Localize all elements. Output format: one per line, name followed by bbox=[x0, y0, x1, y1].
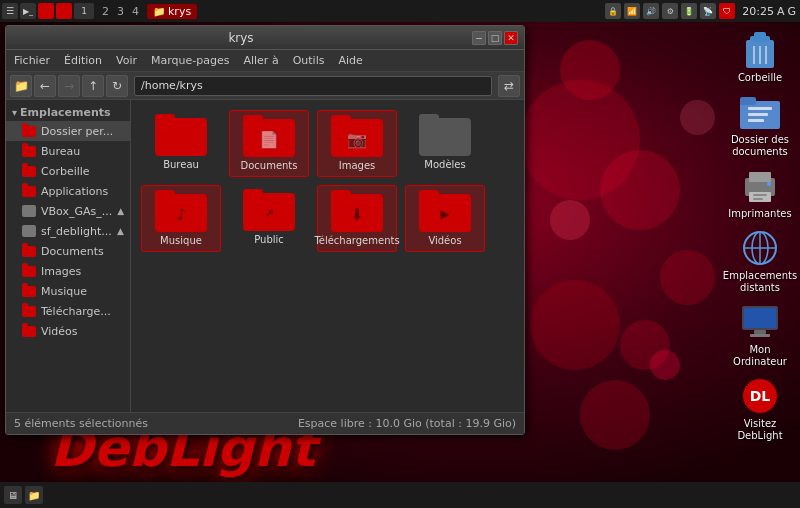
svg-rect-8 bbox=[748, 107, 772, 110]
drive-icon bbox=[22, 204, 36, 218]
file-public[interactable]: ↗ Public bbox=[229, 185, 309, 252]
file-images[interactable]: 📷 Images bbox=[317, 110, 397, 177]
window-title: krys bbox=[12, 31, 470, 45]
window-titlebar: krys − □ ✕ bbox=[6, 26, 524, 50]
sys-icon-5: 🔋 bbox=[681, 3, 697, 19]
clock: 20:25 bbox=[742, 5, 774, 18]
svg-rect-13 bbox=[749, 192, 771, 202]
sidebar-item-images[interactable]: Images bbox=[6, 261, 130, 281]
sidebar-item-bureau[interactable]: Bureau bbox=[6, 141, 130, 161]
desktop-icon-mon-ordinateur[interactable]: Mon Ordinateur bbox=[724, 300, 796, 370]
folder-icon bbox=[22, 244, 36, 258]
svg-rect-22 bbox=[744, 308, 776, 328]
file-musique[interactable]: ♪ Musique bbox=[141, 185, 221, 252]
terminal-btn[interactable]: ▶_ bbox=[20, 3, 36, 19]
ws-4[interactable]: 4 bbox=[132, 5, 139, 18]
section-arrow: ▾ bbox=[12, 107, 17, 118]
menu-allera[interactable]: Aller à bbox=[239, 54, 282, 67]
letter-g: G bbox=[787, 5, 796, 18]
sys-icon-4: ⚙ bbox=[662, 3, 678, 19]
red-btn2[interactable] bbox=[56, 3, 72, 19]
sidebar-section-emplacements[interactable]: ▾ Emplacements bbox=[6, 104, 130, 121]
file-telechargements[interactable]: ⬇ Téléchargements bbox=[317, 185, 397, 252]
sys-icon-1: 🔒 bbox=[605, 3, 621, 19]
ws-3[interactable]: 3 bbox=[117, 5, 124, 18]
folder-icon bbox=[22, 164, 36, 178]
file-documents[interactable]: 📄 Documents bbox=[229, 110, 309, 177]
sidebar-item-musique[interactable]: Musique bbox=[6, 281, 130, 301]
folder-icon bbox=[22, 124, 36, 138]
desktop-icon-corbeille[interactable]: Corbeille bbox=[724, 28, 796, 86]
sidebar-item-dossier-per[interactable]: Dossier per... bbox=[6, 121, 130, 141]
sys-icon-7: 🛡 bbox=[719, 3, 735, 19]
folder-icon-videos: ▶ bbox=[419, 190, 471, 232]
sidebar-item-documents[interactable]: Documents bbox=[6, 241, 130, 261]
menu-outils[interactable]: Outils bbox=[289, 54, 329, 67]
file-videos[interactable]: ▶ Vidéos bbox=[405, 185, 485, 252]
menu-fichier[interactable]: Fichier bbox=[10, 54, 54, 67]
taskbar-right: 🔒 📶 🔊 ⚙ 🔋 📡 🛡 20:25 A G bbox=[605, 3, 800, 19]
deblight-icon: DL bbox=[740, 376, 780, 416]
printer-icon bbox=[740, 166, 780, 206]
file-modeles[interactable]: Modèles bbox=[405, 110, 485, 177]
desktop-icon-visitez-deblight[interactable]: DL Visitez DebLight bbox=[724, 374, 796, 444]
sidebar-item-videos[interactable]: Vidéos bbox=[6, 321, 130, 341]
folder-icon-modeles bbox=[419, 114, 471, 156]
forward-btn[interactable]: → bbox=[58, 75, 80, 97]
folder-icon-images: 📷 bbox=[331, 115, 383, 157]
sidebar-item-telechargements[interactable]: Télécharge... bbox=[6, 301, 130, 321]
computer-icon bbox=[740, 302, 780, 342]
desktop-icon-imprimantes[interactable]: Imprimantes bbox=[724, 164, 796, 222]
back-btn[interactable]: ← bbox=[34, 75, 56, 97]
file-bureau[interactable]: Bureau bbox=[141, 110, 221, 177]
bottom-panel: 🖥 📁 bbox=[0, 482, 800, 508]
refresh-btn[interactable]: ↻ bbox=[106, 75, 128, 97]
menu-marquepages[interactable]: Marque-pages bbox=[147, 54, 233, 67]
ws-2[interactable]: 2 bbox=[102, 5, 109, 18]
num-btn-1[interactable]: 20:251 bbox=[74, 3, 94, 19]
folder-icon bbox=[22, 264, 36, 278]
new-folder-btn[interactable]: 📁 bbox=[10, 75, 32, 97]
svg-rect-2 bbox=[754, 32, 766, 38]
up-btn[interactable]: ↑ bbox=[82, 75, 104, 97]
folder-icon-musique: ♪ bbox=[155, 190, 207, 232]
sys-icon-2: 📶 bbox=[624, 3, 640, 19]
desktop-icon-documents[interactable]: Dossier des documents bbox=[724, 90, 796, 160]
sidebar-item-sfdeblight[interactable]: sf_deblight... ▲ bbox=[6, 221, 130, 241]
sidebar-item-corbeille[interactable]: Corbeille bbox=[6, 161, 130, 181]
red-btn1[interactable] bbox=[38, 3, 54, 19]
sidebar-item-applications[interactable]: Applications bbox=[6, 181, 130, 201]
svg-rect-9 bbox=[748, 113, 768, 116]
files-area: Bureau 📄 Documents bbox=[131, 100, 524, 412]
taskbar-left: ☰ ▶_ 20:251 bbox=[0, 3, 94, 19]
path-bar[interactable]: /home/krys bbox=[134, 76, 492, 96]
folder-icon-bureau bbox=[155, 114, 207, 156]
taskbar: ☰ ▶_ 20:251 2 3 4 📁 krys 🔒 📶 🔊 ⚙ 🔋 📡 🛡 bbox=[0, 0, 800, 22]
close-btn[interactable]: ✕ bbox=[504, 31, 518, 45]
active-window-tag[interactable]: 📁 krys bbox=[147, 4, 197, 19]
menu-aide[interactable]: Aide bbox=[334, 54, 366, 67]
folder-icon bbox=[22, 144, 36, 158]
trash-icon bbox=[740, 30, 780, 70]
docs-folder-icon bbox=[740, 92, 780, 132]
svg-rect-10 bbox=[748, 119, 764, 122]
menu-btn[interactable]: ☰ bbox=[2, 3, 18, 19]
desktop-icon-emplacements-distants[interactable]: Emplacements distants bbox=[724, 226, 796, 296]
bp-icon-2[interactable]: 📁 bbox=[25, 486, 43, 504]
desktop-icons: Corbeille Dossier des documents bbox=[724, 28, 796, 444]
sidebar: ▾ Emplacements Dossier per... Bureau Cor… bbox=[6, 100, 131, 412]
sys-icon-6: 📡 bbox=[700, 3, 716, 19]
svg-rect-24 bbox=[750, 334, 770, 337]
menu-voir[interactable]: Voir bbox=[112, 54, 141, 67]
minimize-btn[interactable]: − bbox=[472, 31, 486, 45]
folder-icon bbox=[22, 304, 36, 318]
search-btn[interactable]: ⇄ bbox=[498, 75, 520, 97]
maximize-btn[interactable]: □ bbox=[488, 31, 502, 45]
menu-edition[interactable]: Édition bbox=[60, 54, 106, 67]
sys-icon-3: 🔊 bbox=[643, 3, 659, 19]
bp-icon-1[interactable]: 🖥 bbox=[4, 486, 22, 504]
svg-rect-7 bbox=[740, 97, 756, 105]
sidebar-item-vbox[interactable]: VBox_GAs_... ▲ bbox=[6, 201, 130, 221]
menubar: Fichier Édition Voir Marque-pages Aller … bbox=[6, 50, 524, 72]
taskbar-apps: 2 3 4 📁 krys bbox=[102, 4, 197, 19]
